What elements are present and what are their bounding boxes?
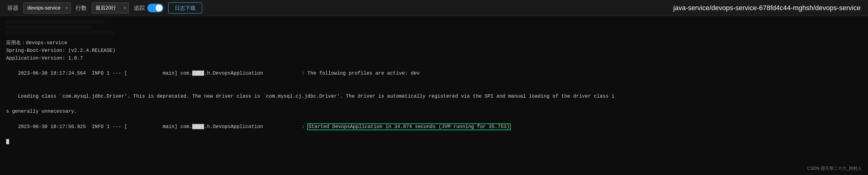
- trace-label: 追踪: [134, 4, 145, 12]
- log-line2: Loading class `com.mysql.jdbc.Driver'. T…: [6, 85, 862, 108]
- log-cursor: █: [6, 138, 862, 146]
- container-select[interactable]: devops-service: [23, 2, 71, 13]
- log-blurred-top: [6, 20, 862, 38]
- container-select-wrapper[interactable]: devops-service: [23, 2, 71, 13]
- download-button[interactable]: 日志下载: [168, 2, 202, 13]
- log-line3-prefix: 2023-06-30 18:17:56.925 INFO 1 --- [ mai…: [18, 124, 307, 130]
- trace-toggle-wrapper: 追踪: [134, 4, 163, 12]
- trace-toggle[interactable]: [147, 4, 163, 12]
- log-spring-boot: Spring-Boot-Version: (v2.2.4.RELEASE): [6, 47, 862, 55]
- log-line2b: s generally unnecessary.: [6, 108, 862, 115]
- lines-select-wrapper[interactable]: 最后20行 最后50行 最后100行 全部: [92, 2, 129, 13]
- log-app-version: Application-Version: 1.0.7: [6, 55, 862, 62]
- log-area: 应用名：devops-service Spring-Boot-Version: …: [0, 16, 868, 175]
- log-app-name: 应用名：devops-service: [6, 39, 862, 47]
- log-line3: 2023-06-30 18:17:56.925 INFO 1 --- [ mai…: [6, 115, 862, 138]
- lines-select[interactable]: 最后20行 最后50行 最后100行 全部: [92, 2, 129, 13]
- watermark: CSDN @天草二十六_简村人: [807, 165, 862, 172]
- container-label: 容器: [7, 4, 19, 12]
- toolbar: 容器 devops-service 行数 最后20行 最后50行 最后100行 …: [0, 0, 868, 16]
- log-line1: 2023-06-30 18:17:24.564 INFO 1 --- [ mai…: [6, 62, 862, 85]
- path-title: java-service/devops-service-678fd4c44-mg…: [673, 4, 861, 12]
- log-started-highlight: Started DevopsApplication in 34.874 seco…: [307, 124, 510, 130]
- lines-label: 行数: [76, 4, 87, 12]
